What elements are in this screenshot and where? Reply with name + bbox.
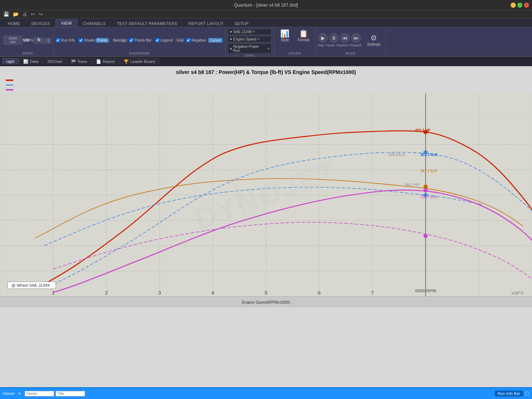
- ribbon-group-data: ✦ SAE J1349 ▼ ✦ Engine Speed ▼ ✦ Negativ…: [225, 27, 274, 56]
- minimize-button[interactable]: [511, 3, 516, 8]
- negative-power-run-dropdown[interactable]: ✦ Negative Power Run ▼: [228, 43, 272, 54]
- maximize-icon-button[interactable]: □: [525, 390, 529, 397]
- x-axis-bar: Engine Speed(RPMx1000): [0, 296, 532, 307]
- graph-buttons: 📊 Style 📋 Format: [277, 29, 312, 43]
- chart-area: silver s4 b8 187 : Power(HP) & Torque (l…: [0, 66, 532, 387]
- maximize-button[interactable]: [517, 3, 522, 8]
- close-button[interactable]: [524, 3, 529, 8]
- run-info-checkbox[interactable]: Run Info: [56, 38, 75, 42]
- nav-tab-graph[interactable]: raph: [2, 58, 18, 64]
- svg-text:7: 7: [371, 290, 374, 296]
- tab-report-layout[interactable]: REPORT LAYOUT: [183, 20, 229, 27]
- svg-text:5: 5: [264, 290, 267, 296]
- format-button[interactable]: 📋 Format: [295, 29, 312, 43]
- redo-button[interactable]: ↪: [38, 11, 44, 17]
- zoom-controls: Zoom Out 100 % 🔍 1: [4, 29, 51, 52]
- open-button[interactable]: 📂: [12, 11, 20, 17]
- pause-label: Pause: [326, 43, 335, 47]
- graph-group-label: Graph: [288, 52, 301, 55]
- ribbon-group-zoom: Zoom Out 100 % 🔍 1 Zoom: [1, 27, 54, 56]
- style-button[interactable]: 📊 Style: [277, 29, 292, 43]
- status-inputs: [25, 391, 85, 396]
- showhide-controls: Run Info Shade Points Average Points Bar…: [56, 29, 223, 52]
- svg-text:3: 3: [158, 290, 161, 296]
- tab-test-default[interactable]: TEST DEFAULT PARAMETERS: [111, 20, 183, 27]
- chart-title: silver s4 b8 187 : Power(HP) & Torque (l…: [0, 66, 532, 77]
- rewind-label: Rewind: [337, 43, 348, 47]
- cursor-dot-hp3: [423, 188, 428, 193]
- nav-tab-report[interactable]: 📄 Report: [92, 58, 119, 65]
- points-bar-checkbox[interactable]: Points Bar: [129, 38, 151, 42]
- label-torque2: 353.1 lb-ft: [420, 153, 438, 157]
- legend-text-3: Max Power=273.5(HP)@5600(RPM), Max Torqu…: [15, 88, 138, 92]
- print-button[interactable]: 🖨: [21, 11, 28, 17]
- status-close-button[interactable]: ×: [16, 391, 22, 396]
- legend-item-3: Max Power=273.5(HP)@5600(RPM), Max Torqu…: [6, 88, 526, 92]
- nav-tab-leaderboard[interactable]: 🏆 Leader Board: [120, 58, 159, 65]
- ribbon: Zoom Out 100 % 🔍 1 Zoom Run Info Shade: [0, 27, 532, 57]
- nav-tab-race[interactable]: 🏁 Race: [67, 58, 91, 65]
- tab-devices[interactable]: DEVICES: [26, 20, 55, 27]
- settings-button[interactable]: ⚙ Settings: [364, 33, 383, 47]
- sae-dropdown[interactable]: ✦ SAE J1349 ▼: [228, 29, 272, 35]
- cursor-dot-torque1: [423, 184, 428, 188]
- pause-button[interactable]: ⏸: [329, 33, 339, 43]
- points-btn[interactable]: Points: [95, 38, 109, 43]
- svg-text:2: 2: [105, 290, 108, 296]
- cursor-btn[interactable]: Cursor: [208, 38, 223, 43]
- sae-dropdown-arrow: ▼: [252, 30, 255, 33]
- legend-checkbox[interactable]: Legend: [155, 38, 173, 42]
- legend-color-2: [6, 85, 13, 85]
- owner-label: Owner: [3, 391, 15, 396]
- grid-btn[interactable]: Grid: [175, 38, 186, 43]
- negative-btn[interactable]: Negative: [186, 38, 206, 42]
- nav-tab-3dchart[interactable]: 3DChart: [43, 58, 66, 64]
- title-bar: Quantum - [silver s4 b8 187.dsd]: [0, 0, 532, 10]
- legend-color-3: [6, 89, 13, 91]
- legend-text-2: Max Power=351.0(HP)@6050(RPM), Max Torqu…: [15, 83, 138, 87]
- chart-svg: 1 2 3 4 5 6 7 6000 RPM x10^3: [0, 94, 532, 296]
- engine-speed-dropdown[interactable]: ✦ Engine Speed ▼: [228, 36, 272, 42]
- shade-checkbox[interactable]: Shade: [79, 38, 95, 42]
- tab-view[interactable]: VIEW: [56, 20, 77, 27]
- tab-home[interactable]: HOME: [2, 20, 26, 27]
- zoom-out-button[interactable]: Zoom Out: [4, 36, 22, 45]
- ribbon-group-race: ▶ ⏸ ⏮ ⏭ Play Pause Rewind Forward ⚙ Sett…: [316, 27, 386, 56]
- legend-color-1: [6, 80, 13, 81]
- svg-text:6: 6: [318, 290, 321, 296]
- status-owner-section: Owner ×: [3, 391, 22, 396]
- zoom-icon: 🔍: [34, 38, 45, 43]
- settings-icon: ⚙: [370, 34, 377, 42]
- save-button[interactable]: 💾: [2, 11, 10, 17]
- rewind-button[interactable]: ⏮: [340, 33, 350, 43]
- app-title: Quantum - [silver s4 b8 187.dsd]: [234, 3, 298, 8]
- svg-text:6000 RPM: 6000 RPM: [415, 289, 436, 293]
- ribbon-tabs: HOME DEVICES VIEW CHANNELS TEST DEFAULT …: [0, 18, 532, 27]
- main-content: silver s4 b8 187 : Power(HP) & Torque (l…: [0, 66, 532, 387]
- chart-svg-container[interactable]: DYNOJET: [0, 94, 532, 296]
- tab-channels[interactable]: CHANNELS: [77, 20, 111, 27]
- play-button[interactable]: ▶: [318, 33, 328, 43]
- status-bar: Owner × Run Info Bar □: [0, 387, 532, 399]
- style-icon: 📊: [280, 30, 289, 37]
- average-checkbox[interactable]: Average: [111, 38, 128, 43]
- cursor-dot-torque3: [423, 234, 428, 238]
- forward-button[interactable]: ⏭: [351, 33, 361, 43]
- x-axis-label: Engine Speed(RPMx1000): [242, 300, 290, 304]
- label-torque1b: 387.2 lb-ft: [420, 169, 437, 173]
- chart-legend: Max Power=403.4(HP)@5900(RPM), Max Torqu…: [0, 77, 532, 94]
- undo-button[interactable]: ↩: [30, 11, 36, 17]
- neg-power-arrow: ▼: [267, 47, 270, 50]
- format-icon: 📋: [299, 30, 308, 37]
- legend-text-1: Max Power=403.4(HP)@5900(RPM), Max Torqu…: [15, 78, 138, 82]
- nav-bar: raph 📊 Data 3DChart 🏁 Race 📄 Report 🏆 Le…: [0, 57, 532, 66]
- wheel-badge: @ Wheel SAE J1349 .: [7, 282, 56, 289]
- nav-tab-data[interactable]: 📊 Data: [19, 58, 42, 65]
- status-right: Run Info Bar □: [495, 390, 529, 397]
- tab-setup[interactable]: SETUP: [229, 20, 254, 27]
- play-label: Play: [318, 43, 324, 47]
- title-input[interactable]: [56, 391, 85, 396]
- data-group-label: Data: [245, 54, 254, 57]
- data-controls: ✦ SAE J1349 ▼ ✦ Engine Speed ▼ ✦ Negativ…: [228, 29, 272, 54]
- owner-input[interactable]: [25, 391, 54, 396]
